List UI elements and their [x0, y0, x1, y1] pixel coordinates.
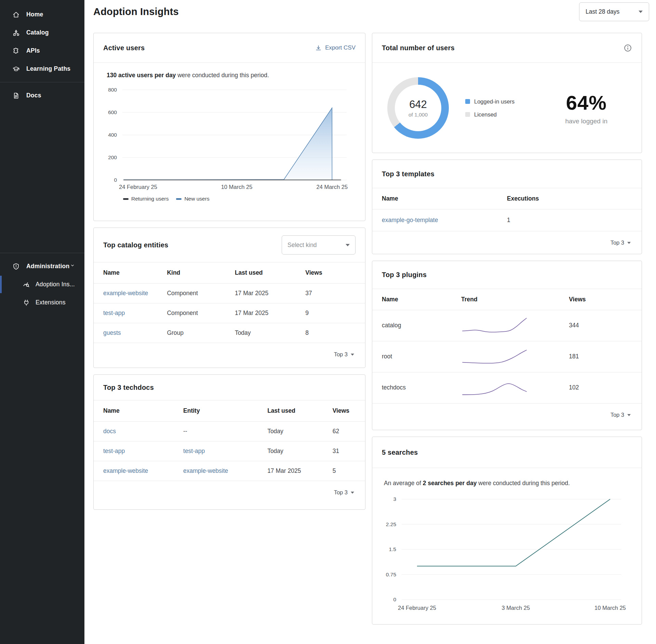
- entity-link[interactable]: example-website: [103, 290, 148, 297]
- page-title: Adoption Insights: [93, 6, 179, 17]
- column-header: Last used: [235, 262, 305, 283]
- sidebar-item-extensions[interactable]: Extensions: [0, 293, 84, 312]
- cell: [461, 310, 569, 341]
- table-row: example-go-template1: [372, 209, 642, 231]
- legend-item-licensed: Licensed: [465, 111, 514, 118]
- sidebar-item-label: Adoption Ins...: [36, 281, 75, 288]
- entity-link[interactable]: docs: [103, 428, 116, 435]
- caret-down-icon: [639, 11, 643, 13]
- sidebar-item-docs[interactable]: Docs: [0, 86, 84, 105]
- shield-icon: [12, 263, 20, 270]
- sidebar-item-catalog[interactable]: Catalog: [0, 24, 84, 42]
- cell: 9: [305, 303, 365, 323]
- top3-dropdown[interactable]: Top 3: [372, 403, 642, 427]
- info-icon[interactable]: [624, 44, 632, 52]
- caret-down-icon: [627, 242, 631, 244]
- column-header: Entity: [183, 400, 267, 421]
- kind-select[interactable]: Select kind: [282, 235, 356, 255]
- column-header: Name: [94, 400, 183, 421]
- legend-item-new: New users: [176, 196, 209, 202]
- table-row: guestsGroupToday8: [94, 323, 365, 343]
- logged-in-caption: have logged in: [565, 118, 607, 125]
- caret-down-icon: [627, 414, 631, 416]
- entity-link[interactable]: guests: [103, 329, 121, 336]
- kind-select-placeholder: Select kind: [287, 242, 317, 249]
- sidebar-item-label: Catalog: [26, 29, 49, 36]
- cell: test-app: [183, 441, 267, 461]
- top-plugins-card: Top 3 plugins NameTrendViewscatalog344ro…: [372, 261, 642, 430]
- svg-text:800: 800: [108, 87, 117, 93]
- cell: root: [372, 341, 461, 372]
- analytics-icon: [23, 281, 30, 288]
- column-header: Views: [333, 400, 365, 421]
- donut-legend: Logged-in users Licensed: [465, 98, 514, 118]
- sidebar-item-apis[interactable]: APIs: [0, 42, 84, 60]
- legend-swatch: [176, 198, 182, 200]
- graduation-cap-icon: [12, 65, 20, 73]
- cell: techdocs: [372, 372, 461, 403]
- cell: --: [183, 421, 267, 441]
- entity-link[interactable]: test-app: [103, 448, 125, 454]
- total-users-card: Total number of users 642 of 1,000: [372, 33, 642, 153]
- cell: 344: [569, 310, 642, 341]
- cell: test-app: [94, 303, 167, 323]
- searches-chart: 32.251.50.75024 February 253 March 2510 …: [382, 487, 632, 618]
- cell: 62: [333, 421, 365, 441]
- sidebar-item-label: Docs: [26, 92, 41, 99]
- cell: 1: [507, 209, 642, 231]
- cell: Component: [167, 283, 235, 303]
- export-csv-button[interactable]: Export CSV: [315, 44, 356, 51]
- svg-text:24 February 25: 24 February 25: [398, 605, 436, 611]
- column-header: Views: [305, 262, 365, 283]
- sidebar-item-learning-paths[interactable]: Learning Paths: [0, 60, 84, 78]
- entity-link[interactable]: test-app: [183, 448, 205, 454]
- active-indicator: [0, 276, 2, 293]
- legend-swatch: [123, 198, 129, 200]
- entity-link[interactable]: test-app: [103, 310, 125, 316]
- sidebar-item-label: Extensions: [36, 299, 66, 306]
- table-row: test-apptest-appToday31: [94, 441, 365, 461]
- entity-link[interactable]: example-go-template: [382, 217, 438, 223]
- sidebar-item-administration[interactable]: Administration: [0, 257, 84, 275]
- legend-item-logged-in: Logged-in users: [465, 98, 514, 105]
- date-range-select[interactable]: Last 28 days: [579, 2, 649, 21]
- card-title: Top 3 plugins: [382, 271, 427, 279]
- card-title: Active users: [103, 44, 145, 52]
- active-users-card: Active users Export CSV 130 active users…: [93, 33, 365, 221]
- entity-link[interactable]: example-website: [103, 467, 148, 474]
- table-row: test-appComponent17 Mar 20259: [94, 303, 365, 323]
- export-csv-label: Export CSV: [325, 44, 356, 51]
- sidebar-item-label: Administration: [26, 263, 69, 270]
- sidebar-item-adoption-insights[interactable]: Adoption Ins...: [0, 275, 84, 293]
- top3-dropdown[interactable]: Top 3: [94, 343, 365, 366]
- svg-text:200: 200: [108, 154, 117, 160]
- svg-text:0: 0: [393, 597, 396, 602]
- date-range-value: Last 28 days: [586, 8, 619, 15]
- sidebar-item-home[interactable]: Home: [0, 5, 84, 24]
- catalog-icon: [12, 29, 20, 37]
- cell: 181: [569, 341, 642, 372]
- cell: example-go-template: [372, 209, 507, 231]
- cell: 31: [333, 441, 365, 461]
- cell: catalog: [372, 310, 461, 341]
- top3-dropdown[interactable]: Top 3: [94, 481, 365, 504]
- svg-text:3: 3: [393, 496, 396, 502]
- sidebar-item-label: APIs: [26, 47, 40, 54]
- active-users-subtitle: 130 active users per day were conducted …: [103, 63, 356, 79]
- svg-text:10 March 25: 10 March 25: [221, 184, 253, 190]
- top3-dropdown[interactable]: Top 3: [372, 231, 642, 255]
- cell: [461, 341, 569, 372]
- entity-link[interactable]: example-website: [183, 467, 228, 474]
- svg-text:600: 600: [108, 109, 117, 115]
- sidebar-item-label: Learning Paths: [26, 65, 70, 72]
- cell: 37: [305, 283, 365, 303]
- svg-text:3 March 25: 3 March 25: [502, 605, 530, 611]
- chevron-down-icon[interactable]: [69, 262, 76, 270]
- sidebar-divider: [0, 253, 84, 253]
- cell: example-website: [94, 461, 183, 481]
- donut-value: 642: [409, 98, 427, 111]
- active-users-legend: Returning users New users: [103, 196, 356, 202]
- card-title: Total number of users: [382, 44, 455, 52]
- cell: test-app: [94, 441, 183, 461]
- plug-icon: [23, 299, 30, 306]
